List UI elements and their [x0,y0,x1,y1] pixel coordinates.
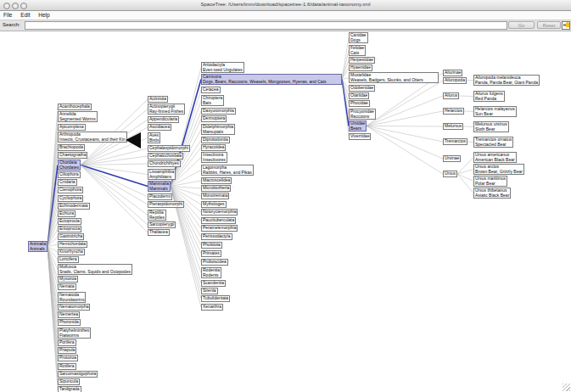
tree-node-dasyuromorphia[interactable]: Dasyuromorphia· [201,108,236,115]
tree-node-chiroptera[interactable]: ChiropteraBats· [201,95,224,106]
tree-node-ailurinae[interactable]: Ailurinae [443,70,462,76]
tree-node-placodermi[interactable]: Placodermi [148,193,172,200]
tree-node-rotifera[interactable]: Rotifera· [58,363,76,370]
tree-node-phoronida[interactable]: Phoronida· [58,319,81,326]
tree-node-macroscelidea[interactable]: Macroscelidea· [201,177,232,184]
go-button[interactable]: Go [508,21,535,29]
tree-node-gastrotricha[interactable]: Gastrotricha· [58,233,84,240]
tree-node-felidae[interactable]: FelidaeCats· [349,45,366,56]
menu-edit[interactable]: Edit [17,11,33,20]
tree-node-ursus-americanus[interactable]: Ursus americanusAmerican Black Bear [473,152,517,163]
tree-node-ectoprocta[interactable]: Ectoprocta· [58,218,81,225]
tree-node-tubulidentata[interactable]: Tubulidentata··· [201,295,230,302]
tree-node-monotremata[interactable]: Monotremata··· [201,193,229,199]
tree-node-ursus-arctos[interactable]: Ursus arctosBrown Bear, Grizzly Bear [473,164,524,175]
tree-node-mustelidae[interactable]: MustelidaeWeasels, Badgers, Skunks, and … [349,72,439,83]
tree-node-actinistia[interactable]: Actinistia··· [148,96,168,103]
tree-node-scandentia[interactable]: Scandentia· [201,280,226,287]
tree-node-cephalaspidomorphi[interactable]: Cephalaspidomorphi· [148,145,190,152]
tree-node-ascidiacea[interactable]: Ascidiacea· [148,124,171,131]
tree-node-acanthocephala[interactable]: Acanthocephala· [58,104,92,110]
tree-node-odobenidae[interactable]: Odobenidae··· [349,85,375,92]
tree-node-ursus-maritimus[interactable]: Ursus maritimusPolar Bear [473,176,507,187]
tree-node-echinodermata[interactable]: Echinodermata· [58,203,90,210]
tree-node-apicomplexa[interactable]: Apicomplexa··· [58,124,86,131]
tree-node-hemichordata[interactable]: Hemichordata· [58,241,87,248]
tree-node-thaliacea[interactable]: Thaliacea· [148,229,170,236]
tree-node-ctenophora[interactable]: Ctenophora· [58,187,83,193]
tree-node-ailurus[interactable]: Ailurus [443,92,459,99]
tree-node-ailuropoda[interactable]: Ailuropoda [443,77,467,84]
tree-node-tardigrada[interactable]: Tardigrada· [58,386,81,392]
search-input[interactable] [25,21,507,30]
tree-node-nemertea[interactable]: Nemertea· [58,311,80,318]
menu-file[interactable]: File [0,11,15,20]
tree-node-paucituberculata[interactable]: Paucituberculata··· [201,217,236,224]
tree-node-sirenia[interactable]: Sirenia··· [201,288,218,294]
tree-node-melursus-ursinus[interactable]: Melursus ursinusSloth Bear [473,121,509,132]
tree-node-didelphimorphia[interactable]: DidelphimorphiaMarsupials· [201,124,235,135]
tree-node-hyaenidae[interactable]: Hyaenidae··· [349,64,372,71]
tree-node-viverridae[interactable]: Viverridae· [349,133,371,140]
menu-help[interactable]: Help [35,11,53,20]
tree-node-melursus[interactable]: Melursus [443,123,463,130]
tree-node-lissamphibia[interactable]: LissamphibiaAmphibians [148,169,176,180]
tree-node-sarcomastigophora[interactable]: Sarcomastigophora· [58,371,98,378]
tree-node-cnidaria[interactable]: Cnidaria· [58,179,77,186]
tree-node-hyracoidea[interactable]: Hyracoidea··· [201,144,226,151]
tree-node-aves[interactable]: AvesBirds· [148,132,160,143]
tree-node-canidae[interactable]: CanidaeDogs· [349,32,368,43]
tree-node-tremarctos[interactable]: Tremarctos [443,138,467,145]
tree-node-artiodactyla[interactable]: ArtiodactylaEven-toed Ungulates· [201,62,244,73]
tree-node-chordata[interactable]: ChordataChordates· [58,160,81,171]
tree-node-xenarthra[interactable]: Xenarthra· [201,304,223,311]
tree-node-cephalochordata[interactable]: Cephalochordata [148,153,183,160]
tree-node-otariidae[interactable]: Otariidae· [349,92,369,99]
tree-node-chondrichthyes[interactable]: Chondrichthyes· [148,160,181,167]
tree-node-insectivora[interactable]: InsectivoraInsectivores··· [201,152,227,163]
tree-node-ursus[interactable]: Ursus [443,171,457,177]
tree-node-nemata[interactable]: Nemata· [58,283,76,290]
tree-node-proboscidea[interactable]: Proboscidea··· [201,259,228,266]
tree-node-cetacea[interactable]: Cetacea· [201,87,221,93]
tree-node-arthropoda[interactable]: ArthropodaInsects, Crustaceans, and thei… [58,132,127,143]
tree-node-diprotodontia[interactable]: Diprotodontia··· [201,137,230,143]
tree-node-perissodactyla[interactable]: Perissodactyla· [201,233,232,240]
tree-node-rodentia[interactable]: RodentiaRodents· [201,267,221,278]
tree-node-mythologes[interactable]: Mythologes··· [201,201,227,208]
tree-node-mollusca[interactable]: MolluscaSnails, Clams, Squids and Octopo… [58,264,132,275]
tree-node-brachiopoda[interactable]: Brachiopoda· [58,144,85,151]
tree-node-mammalia[interactable]: MammaliaMammals [148,181,171,192]
tree-node-cycliophora[interactable]: Cycliophora··· [58,195,83,202]
tree-node-ailurus-fulgens[interactable]: Ailurus fulgensRed Panda [473,91,505,102]
tree-node-chaetognatha[interactable]: Chaetognatha [58,152,87,159]
tree-node-protozoa[interactable]: Protozoa··· [58,355,78,361]
tree-node-carnivora[interactable]: CarnivoraDogs, Bears, Raccoons, Weasels,… [201,74,342,85]
tree-node-lagomorpha[interactable]: LagomorphaRabbits, Hares, and Pikas· [201,165,254,176]
tree-node-ursidae[interactable]: UrsidaeBears [349,120,367,132]
window-resize-grip[interactable] [563,384,570,391]
tree-node-pteraspidomorphi[interactable]: Pteraspidomorphi [148,201,184,208]
tree-node-myxozoa[interactable]: Myxozoa· [58,276,78,283]
tree-node-entoprocta[interactable]: Entoprocta· [58,226,81,232]
tree-node-peramelemorphia[interactable]: Peramelemorphia· [201,225,238,232]
tree-node-sarcopterygii[interactable]: Sarcopterygii··· [148,221,176,228]
tree-node-echiura[interactable]: Echiura· [58,210,76,217]
tree-node-microbiotheria[interactable]: Microbiotheria··· [201,185,231,192]
tree-node-annelida[interactable]: AnnelidaSegmented Worms· [58,111,98,122]
tree-node-platyhelminthes[interactable]: PlatyhelminthesFlatworms· [58,328,91,339]
tree-node-dermoptera[interactable]: Dermoptera··· [201,115,227,122]
collapsed-subtree-triangle-icon[interactable] [126,132,141,148]
tree-node-notoryctemorphia[interactable]: Notoryctemorphia··· [201,209,238,216]
tree-node-ursinae[interactable]: Ursinae [443,155,461,162]
tree-node-animalia[interactable]: AnimaliaAnimals [28,241,48,252]
tree-node-kinorhyncha[interactable]: Kinorhyncha· [58,249,85,255]
tree-node-tremarctos-ornatus[interactable]: Tremarctos ornatusSpectacled Bear [473,137,513,148]
tree-node-sipuncula[interactable]: Sipuncula· [58,378,80,385]
tree-node-nematoda[interactable]: NematodaRoundworms [58,292,86,303]
tree-node-herpestidae[interactable]: Herpestidae··· [349,57,375,64]
tree-node-pholidota[interactable]: Pholidota··· [201,242,222,249]
tree-node-priapula[interactable]: Priapula··· [58,347,76,354]
tree-node-phocidae[interactable]: Phocidae· [349,100,370,107]
tree-node-loricifera[interactable]: Loricifera··· [58,256,79,263]
